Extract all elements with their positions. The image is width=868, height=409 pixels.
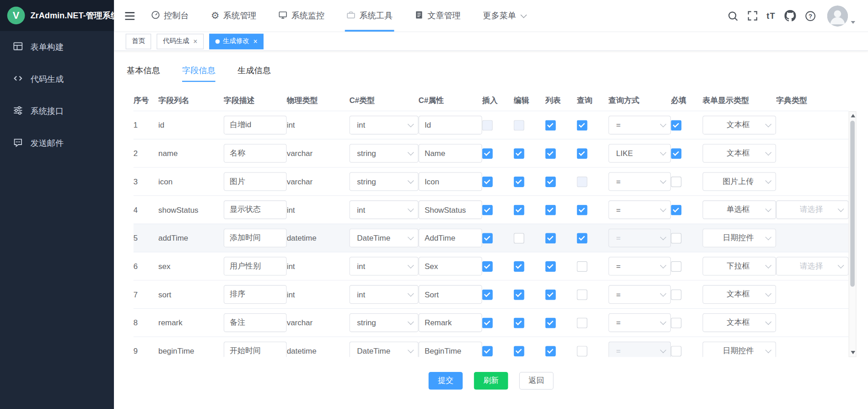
sidebar-collapse-icon[interactable] [124, 11, 135, 20]
query-checkbox[interactable] [577, 346, 588, 356]
refresh-button[interactable]: 刷新 [474, 372, 508, 390]
query-method-select[interactable]: = [609, 313, 671, 332]
close-icon[interactable]: × [193, 38, 197, 45]
app-logo[interactable]: V ZrAdmin.NET-管理系统 [0, 0, 114, 31]
required-checkbox[interactable] [671, 289, 681, 300]
close-icon[interactable]: × [253, 38, 258, 45]
required-checkbox[interactable] [671, 261, 681, 271]
csharp-type-select[interactable]: int [349, 116, 418, 135]
insert-checkbox[interactable] [482, 318, 493, 328]
description-input[interactable]: 图片 [224, 172, 287, 191]
sidebar-item-form-builder[interactable]: 表单构建 [0, 31, 114, 63]
fullscreen-icon[interactable] [747, 11, 758, 21]
required-checkbox[interactable] [671, 318, 681, 328]
query-checkbox[interactable] [577, 261, 588, 271]
display-type-select[interactable]: 文本框 [702, 285, 776, 304]
csharp-property-input[interactable]: Icon [419, 172, 482, 191]
edit-checkbox[interactable] [514, 318, 524, 328]
csharp-property-input[interactable]: BeginTime [419, 341, 482, 357]
query-method-select[interactable]: = [609, 257, 671, 275]
top-menu-item-dashboard[interactable]: 控制台 [150, 0, 191, 32]
query-method-select[interactable]: = [609, 172, 671, 191]
top-menu-item-article-management[interactable]: 文章管理 [413, 0, 463, 32]
tab-basic-info[interactable]: 基本信息 [127, 65, 160, 82]
query-checkbox[interactable] [577, 148, 588, 159]
csharp-property-input[interactable]: ShowStatus [419, 200, 482, 219]
insert-checkbox[interactable] [482, 261, 493, 271]
query-method-select[interactable]: = [609, 229, 671, 248]
display-type-select[interactable]: 文本框 [702, 313, 776, 332]
list-checkbox[interactable] [545, 176, 556, 187]
query-checkbox[interactable] [577, 318, 588, 328]
tab-field-info[interactable]: 字段信息 [182, 65, 216, 82]
list-checkbox[interactable] [545, 233, 556, 243]
required-checkbox[interactable] [671, 346, 681, 356]
top-menu-item-system-management[interactable]: ⚙ 系统管理 [209, 0, 258, 32]
query-checkbox[interactable] [577, 204, 588, 215]
csharp-type-select[interactable]: string [349, 144, 418, 163]
csharp-type-select[interactable]: string [349, 313, 418, 332]
edit-checkbox[interactable] [514, 261, 524, 271]
edit-checkbox[interactable] [514, 233, 524, 243]
csharp-property-input[interactable]: Id [419, 116, 482, 135]
csharp-type-select[interactable]: DateTime [349, 229, 418, 248]
query-method-select[interactable]: = [609, 285, 671, 304]
edit-checkbox[interactable] [514, 120, 524, 130]
help-icon[interactable]: ? [805, 10, 816, 21]
description-input[interactable]: 显示状态 [224, 200, 287, 219]
sidebar-item-code-generation[interactable]: 代码生成 [0, 63, 114, 95]
sidebar-item-send-mail[interactable]: 发送邮件 [0, 127, 114, 159]
edit-checkbox[interactable] [514, 204, 524, 215]
query-method-select[interactable]: = [609, 116, 671, 135]
description-input[interactable]: 名称 [224, 144, 287, 163]
csharp-property-input[interactable]: AddTime [419, 229, 482, 248]
font-size-icon[interactable]: tT [766, 11, 776, 21]
sidebar-item-system-api[interactable]: 系统接口 [0, 95, 114, 127]
list-checkbox[interactable] [545, 148, 556, 159]
top-menu-item-system-tools[interactable]: 系统工具 [345, 0, 394, 32]
tag-generate-edit[interactable]: 生成修改 × [209, 33, 264, 49]
csharp-property-input[interactable]: Sex [419, 257, 482, 275]
required-checkbox[interactable] [671, 204, 681, 215]
display-type-select[interactable]: 单选框 [702, 200, 776, 219]
query-checkbox[interactable] [577, 120, 588, 130]
query-method-select[interactable]: = [609, 341, 671, 357]
list-checkbox[interactable] [545, 120, 556, 130]
top-menu-item-more[interactable]: 更多菜单 [481, 0, 528, 32]
edit-checkbox[interactable] [514, 346, 524, 356]
description-input[interactable]: 添加时间 [224, 229, 287, 248]
description-input[interactable]: 备注 [224, 313, 287, 332]
query-checkbox[interactable] [577, 289, 588, 300]
csharp-property-input[interactable]: Remark [419, 313, 482, 332]
list-checkbox[interactable] [545, 204, 556, 215]
description-input[interactable]: 自增id [224, 116, 287, 135]
insert-checkbox[interactable] [482, 176, 493, 187]
csharp-property-input[interactable]: Sort [419, 285, 482, 304]
tag-home[interactable]: 首页 [126, 33, 151, 49]
description-input[interactable]: 用户性别 [224, 257, 287, 275]
back-button[interactable]: 返回 [519, 372, 554, 390]
csharp-type-select[interactable]: int [349, 285, 418, 304]
query-checkbox[interactable] [577, 176, 588, 187]
csharp-type-select[interactable]: string [349, 172, 418, 191]
edit-checkbox[interactable] [514, 176, 524, 187]
display-type-select[interactable]: 日期控件 [702, 229, 776, 248]
description-input[interactable]: 开始时间 [224, 341, 287, 357]
dict-type-select[interactable]: 请选择 [776, 257, 848, 275]
required-checkbox[interactable] [671, 176, 681, 187]
query-method-select[interactable]: = [609, 200, 671, 219]
display-type-select[interactable]: 图片上传 [702, 172, 776, 191]
insert-checkbox[interactable] [482, 346, 493, 356]
tag-code-generation[interactable]: 代码生成 × [156, 33, 203, 49]
csharp-type-select[interactable]: DateTime [349, 341, 418, 357]
edit-checkbox[interactable] [514, 148, 524, 159]
list-checkbox[interactable] [545, 318, 556, 328]
required-checkbox[interactable] [671, 233, 681, 243]
display-type-select[interactable]: 日期控件 [702, 341, 776, 357]
dict-type-select[interactable]: 请选择 [776, 200, 848, 219]
search-icon[interactable] [727, 10, 738, 21]
csharp-type-select[interactable]: int [349, 200, 418, 219]
list-checkbox[interactable] [545, 289, 556, 300]
scroll-up-icon[interactable] [851, 114, 855, 117]
insert-checkbox[interactable] [482, 289, 493, 300]
